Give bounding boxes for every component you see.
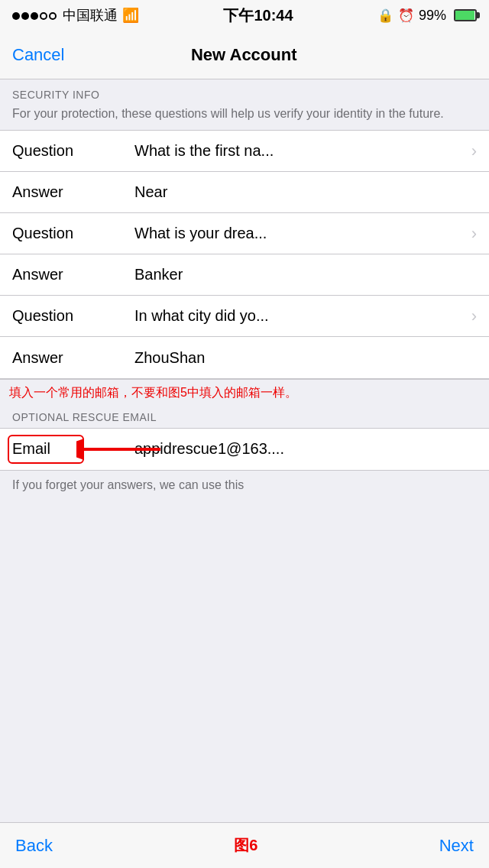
alarm-icon: ⏰: [398, 8, 414, 24]
table-row[interactable]: Question What is your drea... ›: [0, 213, 489, 254]
security-questions-table: Question What is the first na... › Answe…: [0, 130, 489, 379]
status-time: 下午10:44: [223, 5, 293, 26]
chevron-right-icon: ›: [471, 224, 477, 244]
footer-note: If you forget your answers, we can use t…: [0, 471, 489, 500]
row-label: Question: [12, 142, 134, 160]
security-info-desc: For your protection, these questions wil…: [12, 105, 477, 122]
row-label: Answer: [12, 183, 134, 201]
page-title: New Account: [191, 45, 297, 65]
battery-percent: 99%: [419, 8, 446, 24]
signal-dots: [12, 8, 58, 24]
wifi-icon: 📶: [122, 7, 139, 24]
row-value: ZhouShan: [134, 349, 477, 367]
email-label: Email: [12, 440, 134, 458]
chevron-right-icon: ›: [471, 306, 477, 326]
rescue-email-header: OPTIONAL RESCUE EMAIL: [0, 405, 489, 428]
status-left: 中国联通 📶: [12, 6, 139, 24]
chevron-right-icon: ›: [471, 141, 477, 161]
row-value: Banker: [134, 266, 477, 283]
cancel-button[interactable]: Cancel: [12, 45, 64, 65]
status-right: 🔒 ⏰ 99%: [377, 8, 477, 24]
lock-icon: 🔒: [377, 8, 393, 24]
row-label: Question: [12, 307, 134, 325]
rescue-email-title: OPTIONAL RESCUE EMAIL: [12, 411, 477, 423]
nav-bar: Cancel New Account: [0, 31, 489, 79]
table-row[interactable]: Question What is the first na... ›: [0, 131, 489, 172]
row-label: Answer: [12, 266, 134, 283]
email-table: Email appidrescue1@163....: [0, 428, 489, 471]
next-button[interactable]: Next: [439, 836, 474, 856]
carrier-label: 中国联通: [63, 6, 118, 24]
annotation-bar: 填入一个常用的邮箱，不要和图5中填入的邮箱一样。: [0, 379, 489, 404]
table-row[interactable]: Answer Banker: [0, 254, 489, 296]
row-label: Answer: [12, 349, 134, 367]
status-bar: 中国联通 📶 下午10:44 🔒 ⏰ 99%: [0, 0, 489, 31]
row-value: In what city did yo...: [134, 307, 465, 325]
table-row[interactable]: Answer Near: [0, 172, 489, 213]
back-button[interactable]: Back: [15, 836, 53, 856]
security-info-header: SECURITY INFO For your protection, these…: [0, 79, 489, 130]
annotation-text: 填入一个常用的邮箱，不要和图5中填入的邮箱一样。: [9, 384, 480, 401]
table-row[interactable]: Answer ZhouShan: [0, 337, 489, 378]
battery-icon: [454, 9, 477, 21]
row-value: What is your drea...: [134, 225, 465, 242]
bottom-toolbar: Back 图6 Next: [0, 822, 489, 868]
row-value: What is the first na...: [134, 142, 465, 160]
table-row[interactable]: Question In what city did yo... ›: [0, 296, 489, 337]
row-label: Question: [12, 225, 134, 242]
security-info-title: SECURITY INFO: [12, 89, 477, 101]
figure-label: 图6: [234, 835, 257, 856]
email-value: appidrescue1@163....: [134, 440, 477, 458]
email-row[interactable]: Email appidrescue1@163....: [0, 429, 489, 470]
row-value: Near: [134, 183, 477, 201]
